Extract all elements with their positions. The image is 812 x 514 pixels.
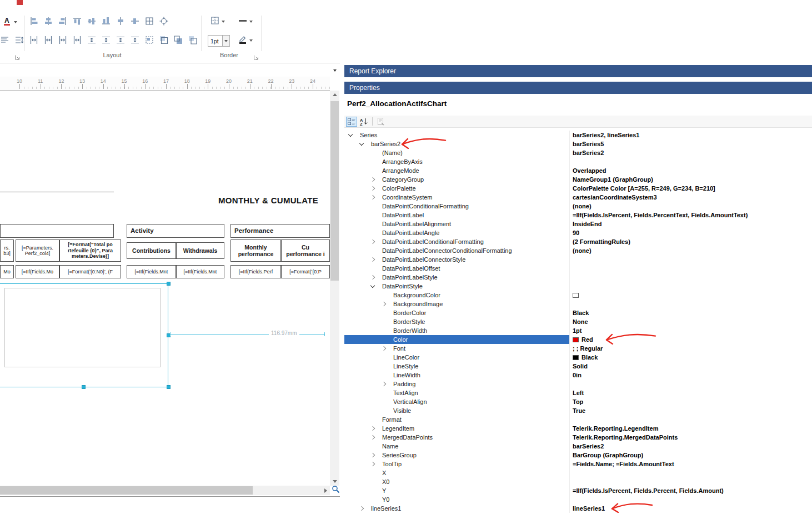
decrease-horizontal-spacing-icon[interactable] — [58, 35, 68, 45]
property-row-mergeddatapoints[interactable]: MergedDataPointsTelerik.Reporting.Merged… — [344, 433, 812, 442]
text-align-icon[interactable] — [0, 35, 10, 45]
property-value[interactable]: BarGroup (GraphGroup) — [569, 451, 812, 460]
size-to-control-icon[interactable] — [159, 35, 169, 45]
property-row-arrangemode[interactable]: ArrangeModeOverlapped — [344, 166, 812, 175]
table-header-cell-empty[interactable] — [0, 224, 114, 238]
property-value[interactable]: InsideEnd — [569, 219, 812, 228]
scroll-down-icon[interactable] — [330, 477, 339, 486]
property-value[interactable]: NameGroup1 (GraphGroup) — [569, 175, 812, 184]
property-row-datapointlabelalignment[interactable]: DataPointLabelAlignmentInsideEnd — [344, 219, 812, 228]
property-value[interactable] — [569, 291, 812, 300]
property-value[interactable]: barSeries5 — [569, 139, 812, 148]
property-row-datapointlabel[interactable]: DataPointLabel=IIf(Fields.IsPercent, Fie… — [344, 211, 812, 219]
scroll-right-icon[interactable] — [321, 486, 330, 495]
align-tops-icon[interactable] — [72, 16, 82, 26]
dialog-launcher-icon[interactable] — [14, 53, 21, 59]
property-value[interactable]: Telerik.Reporting.LegendItem — [569, 424, 812, 433]
property-value[interactable]: barSeries2, lineSeries1 — [569, 131, 812, 139]
table-cell-contributions[interactable]: Contributions — [127, 242, 176, 259]
property-value[interactable] — [569, 468, 812, 477]
table-cell[interactable]: rs. b3] — [0, 239, 14, 262]
table-cell[interactable]: [=IIf(Fields.Mnt — [176, 265, 224, 278]
property-row-y[interactable]: Y=IIf(Fields.IsPercent, Fields.Percent, … — [344, 486, 812, 495]
bring-to-front-icon[interactable] — [173, 35, 183, 45]
property-value[interactable]: (none) — [569, 202, 812, 211]
remove-vertical-spacing-icon[interactable] — [130, 35, 140, 45]
property-value[interactable]: Solid — [569, 362, 812, 371]
selection-handle[interactable] — [82, 385, 86, 389]
table-cell[interactable]: Mo — [0, 265, 14, 278]
property-value[interactable]: =IIf(Fields.IsPercent, Fields.PercentTex… — [569, 211, 812, 219]
align-middles-icon[interactable] — [87, 16, 97, 26]
equal-vertical-spacing-icon[interactable] — [87, 35, 97, 45]
property-value[interactable] — [569, 255, 812, 264]
dialog-launcher-icon[interactable] — [253, 53, 260, 59]
property-pages-icon[interactable] — [375, 117, 387, 127]
property-value[interactable] — [569, 264, 812, 273]
property-value[interactable]: Red — [569, 335, 812, 344]
property-value[interactable] — [569, 495, 812, 504]
property-value[interactable] — [569, 282, 812, 291]
table-cell[interactable]: [=IIf(Fields.Perf — [230, 265, 281, 278]
vertical-scrollbar[interactable] — [330, 91, 339, 486]
property-value[interactable]: (none) — [569, 246, 812, 255]
property-row-name[interactable]: NamebarSeries2 — [344, 442, 812, 451]
property-value[interactable]: lineSeries1 — [569, 504, 812, 513]
chart-plot-area[interactable] — [4, 288, 161, 367]
collapse-chevron-icon[interactable] — [331, 67, 339, 74]
table-cell-withdrawals[interactable]: Withdrawals — [176, 242, 224, 259]
property-value[interactable]: Left — [569, 388, 812, 397]
property-value[interactable]: =Fields.Name; =Fields.AmountText — [569, 460, 812, 468]
property-value[interactable]: Telerik.Reporting.MergedDataPoints — [569, 433, 812, 442]
property-value[interactable] — [569, 477, 812, 486]
property-value[interactable] — [569, 273, 812, 282]
increase-vertical-spacing-icon[interactable] — [101, 35, 111, 45]
property-value[interactable] — [569, 415, 812, 424]
scroll-up-icon[interactable] — [330, 91, 339, 99]
align-to-grid-icon[interactable] — [144, 35, 154, 45]
property-row-datapointlabelconnectorstyle[interactable]: DataPointLabelConnectorStyle — [344, 255, 812, 264]
property-row-padding[interactable]: Padding — [344, 380, 812, 388]
table-cell[interactable]: [=Parameters. Perf2_col4] — [16, 239, 59, 262]
size-to-grid-icon[interactable] — [144, 16, 154, 26]
property-row-colorpalette[interactable]: ColorPaletteColorPalette Color [A=255, R… — [344, 184, 812, 193]
increase-horizontal-spacing-icon[interactable] — [43, 35, 53, 45]
table-header-activity[interactable]: Activity — [127, 224, 224, 238]
property-value[interactable]: ; ; Regular — [569, 344, 812, 353]
table-cell[interactable]: [=Format('{0:P — [281, 265, 330, 278]
alphabetical-sort-icon[interactable]: AZ — [358, 117, 369, 127]
property-row-backgroundimage[interactable]: BackgroundImage — [344, 300, 812, 308]
equal-horizontal-spacing-icon[interactable] — [29, 35, 39, 45]
align-rights-icon[interactable] — [58, 16, 68, 26]
property-row-datapointconditionalformatting[interactable]: DataPointConditionalFormatting(none) — [344, 202, 812, 211]
property-row-datapointstyle[interactable]: DataPointStyle — [344, 282, 812, 291]
property-value[interactable]: barSeries2 — [569, 442, 812, 451]
property-row-visible[interactable]: VisibleTrue — [344, 406, 812, 415]
property-row-series[interactable]: SeriesbarSeries2, lineSeries1 — [344, 131, 812, 139]
categorized-icon[interactable] — [346, 117, 357, 127]
borders-button[interactable] — [209, 16, 226, 27]
align-centers-icon[interactable] — [43, 16, 53, 26]
property-row-font[interactable]: Font; ; Regular — [344, 344, 812, 353]
table-cell[interactable]: [=Format("Total po rtefeuille {0}", Para… — [59, 239, 121, 262]
property-row-bordercolor[interactable]: BorderColorBlack — [344, 308, 812, 317]
table-cell-monthly-performance[interactable]: Monthly performance — [230, 239, 281, 262]
decrease-vertical-spacing-icon[interactable] — [116, 35, 126, 45]
property-row-datapointlabeloffset[interactable]: DataPointLabelOffset — [344, 264, 812, 273]
center-vertically-icon[interactable] — [130, 16, 140, 26]
property-row-datapointlabelconnectorconditionalformatting[interactable]: DataPointLabelConnectorConditionalFormat… — [344, 246, 812, 255]
property-row-legenditem[interactable]: LegendItemTelerik.Reporting.LegendItem — [344, 424, 812, 433]
align-bottoms-icon[interactable] — [101, 16, 111, 26]
property-value[interactable]: (2 FormattingRules) — [569, 237, 812, 246]
property-row-coordinatesystem[interactable]: CoordinateSystemcartesianCoordinateSyste… — [344, 193, 812, 202]
property-row-seriesgroup[interactable]: SeriesGroupBarGroup (GraphGroup) — [344, 451, 812, 460]
property-value[interactable]: ColorPalette Color [A=255, R=249, G=234,… — [569, 184, 812, 193]
property-value[interactable]: Top — [569, 397, 812, 406]
remove-horizontal-spacing-icon[interactable] — [72, 35, 82, 45]
property-value[interactable]: Black — [569, 308, 812, 317]
property-row-datapointlabelstyle[interactable]: DataPointLabelStyle — [344, 273, 812, 282]
border-color-button[interactable] — [237, 35, 254, 46]
combo-dropdown-button[interactable] — [222, 36, 229, 46]
property-value[interactable]: =IIf(Fields.IsPercent, Fields.Percent, F… — [569, 486, 812, 495]
property-row-y0[interactable]: Y0 — [344, 495, 812, 504]
